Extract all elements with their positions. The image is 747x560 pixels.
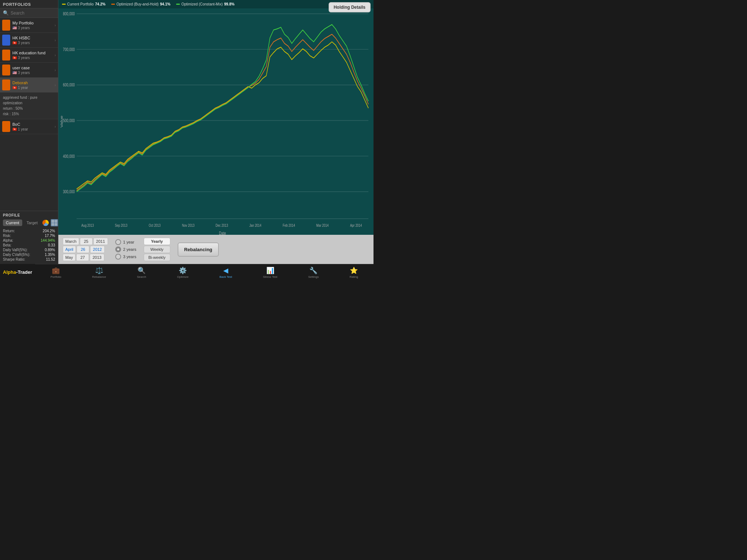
- portfolio-info: BoC 🇭🇰 1 year: [12, 122, 54, 131]
- portfolio-item-my-portfolio[interactable]: My Portfolio 🇺🇸 3 years ›: [0, 18, 58, 33]
- portfolio-info: user case 🇺🇸 3 years: [12, 66, 54, 75]
- period-option-2[interactable]: 3 years: [115, 254, 136, 260]
- settings-icon: 🔧: [309, 267, 317, 275]
- portfolio-item-hk-hsbc[interactable]: HK HSBC 🇭🇰 3 years ›: [0, 33, 58, 48]
- nav-item-back-test[interactable]: ◀ Back Test: [217, 266, 235, 279]
- stat-value: 0.89%: [45, 248, 55, 252]
- portfolio-info: Deborah 🇭🇰 1 year: [12, 81, 54, 90]
- right-panel: Current Portfolio 74.2% Optimized (Buy-a…: [58, 0, 374, 264]
- brand-alpha: Alpha: [3, 269, 16, 275]
- back-test-icon: ◀: [223, 267, 228, 275]
- date-picker: March 25 2011 April 26 2012 May 27 2013: [63, 238, 108, 261]
- stat-label: Daily CVaR(5%):: [3, 253, 30, 257]
- grid-icon[interactable]: [51, 219, 58, 226]
- portfolio-duration: 3 years: [18, 26, 30, 30]
- nav-item-rating[interactable]: ⭐ Rating: [348, 266, 360, 279]
- svg-text:Date: Date: [219, 230, 226, 235]
- search-bar[interactable]: 🔍: [0, 8, 58, 18]
- date-day[interactable]: 25: [80, 238, 93, 245]
- date-day[interactable]: 27: [76, 254, 89, 261]
- date-month[interactable]: May: [63, 254, 76, 261]
- date-year[interactable]: 2011: [93, 238, 108, 245]
- portfolio-info: My Portfolio 🇺🇸 3 years: [12, 21, 54, 30]
- svg-text:Apr 2014: Apr 2014: [350, 223, 362, 228]
- portfolio-color: [2, 65, 10, 75]
- date-day[interactable]: 26: [77, 246, 89, 253]
- legend-value: 94.1%: [160, 2, 170, 6]
- period-radio-group: 1 year 2 years 3 years: [115, 239, 136, 260]
- chart-svg: 800,000 700,000 600,000 500,000 400,000 …: [58, 8, 374, 235]
- date-year[interactable]: 2013: [90, 254, 104, 261]
- flag-icon: 🇭🇰: [12, 56, 17, 60]
- date-row: April 26 2012: [63, 246, 108, 253]
- chevron-icon: ›: [55, 38, 56, 42]
- svg-text:Nov 2013: Nov 2013: [182, 223, 194, 228]
- portfolio-duration: 3 years: [18, 41, 30, 45]
- tab-target[interactable]: Target: [24, 219, 41, 226]
- nav-item-optimize[interactable]: ⚙️ Optimize: [175, 266, 191, 279]
- date-year[interactable]: 2012: [90, 246, 105, 253]
- svg-text:Feb 2014: Feb 2014: [283, 223, 295, 228]
- radio-button: [115, 246, 121, 252]
- freq-button-bi-weekly[interactable]: Bi-weekly: [144, 254, 170, 261]
- portfolio-duration: 3 years: [18, 71, 30, 75]
- stat-label: Alpha:: [3, 238, 13, 242]
- nav-item-portfolio[interactable]: 💼 Portfolio: [49, 266, 63, 279]
- portfolio-duration: 3 years: [18, 56, 30, 60]
- period-option-0[interactable]: 1 year: [115, 239, 136, 245]
- radio-button: [115, 254, 121, 260]
- stress-test-icon: 📊: [266, 267, 274, 275]
- bottom-bar: Alpha -Trader 💼 Portfolio ⚖️ Rebalance 🔍…: [0, 264, 374, 280]
- portfolio-duration: 1 year: [18, 86, 28, 90]
- nav-label: Stress Test: [263, 275, 277, 279]
- date-month[interactable]: April: [63, 246, 76, 253]
- stat-row: Return: 204.2%: [3, 229, 55, 233]
- legend-text: Optimized (Constant-Mix): [181, 2, 222, 6]
- nav-item-stress-test[interactable]: 📊 Stress Test: [261, 266, 279, 279]
- flag-icon: 🇺🇸: [12, 71, 17, 75]
- portfolio-item-user-case[interactable]: user case 🇺🇸 3 years ›: [0, 63, 58, 78]
- svg-text:Value: Value: [60, 116, 63, 128]
- bottom-controls: March 25 2011 April 26 2012 May 27 2013 …: [58, 235, 374, 264]
- portfolio-name: Deborah: [12, 81, 54, 85]
- chevron-icon: ›: [55, 53, 56, 57]
- pie-chart-icon[interactable]: [42, 219, 49, 226]
- rebalancing-button[interactable]: Rebalancing: [178, 242, 219, 257]
- chart-legend: Current Portfolio 74.2% Optimized (Buy-a…: [58, 0, 374, 8]
- stat-label: Return:: [3, 229, 15, 233]
- stat-label: Beta:: [3, 243, 11, 247]
- legend-text: Current Portfolio: [67, 2, 94, 6]
- chevron-icon: ›: [55, 125, 56, 129]
- svg-text:Jan 2014: Jan 2014: [249, 223, 262, 228]
- flag-icon: 🇺🇸: [12, 26, 17, 30]
- period-option-1[interactable]: 2 years: [115, 246, 136, 252]
- chevron-icon: ›: [55, 83, 56, 87]
- rating-icon: ⭐: [350, 267, 358, 275]
- search-icon: 🔍: [138, 267, 146, 275]
- freq-button-weekly[interactable]: Weekly: [144, 246, 170, 253]
- svg-text:Aug 2013: Aug 2013: [81, 223, 94, 228]
- sidebar: PORTFOLIOS 🔍 My Portfolio 🇺🇸 3 years › H…: [0, 0, 58, 264]
- portfolio-info: HK HSBC 🇭🇰 3 years: [12, 36, 54, 45]
- holding-details-button[interactable]: Holding Details: [329, 2, 371, 12]
- portfolio-duration: 1 year: [18, 127, 28, 131]
- portfolio-item-boc[interactable]: BoC 🇭🇰 1 year ›: [0, 119, 58, 134]
- legend-item: Optimized (Buy-and-Hold) 94.1%: [111, 2, 170, 6]
- nav-item-search[interactable]: 🔍 Search: [135, 266, 148, 279]
- stat-value: 17.7%: [45, 234, 55, 238]
- nav-label: Search: [137, 275, 146, 279]
- date-month[interactable]: March: [63, 238, 79, 245]
- tab-current[interactable]: Current: [3, 219, 22, 226]
- nav-item-settings[interactable]: 🔧 Settings: [306, 266, 321, 279]
- portfolio-list: My Portfolio 🇺🇸 3 years › HK HSBC 🇭🇰 3 y…: [0, 18, 58, 211]
- stat-label: Daily VaR(5%):: [3, 248, 28, 252]
- freq-button-yearly[interactable]: Yearly: [144, 238, 170, 245]
- legend-value: 74.2%: [95, 2, 105, 6]
- nav-item-rebalance[interactable]: ⚖️ Rebalance: [90, 266, 108, 279]
- portfolio-item-deborah[interactable]: Deborah 🇭🇰 1 year ›: [0, 78, 58, 93]
- profile-stats: Return: 204.2% Risk: 17.7% Alpha: 144.94…: [3, 229, 55, 262]
- portfolio-meta: 🇭🇰 1 year: [12, 127, 54, 131]
- svg-text:500,000: 500,000: [63, 118, 75, 123]
- portfolio-item-hk-education[interactable]: HK education fund 🇭🇰 3 years ›: [0, 48, 58, 63]
- search-input[interactable]: [11, 11, 58, 16]
